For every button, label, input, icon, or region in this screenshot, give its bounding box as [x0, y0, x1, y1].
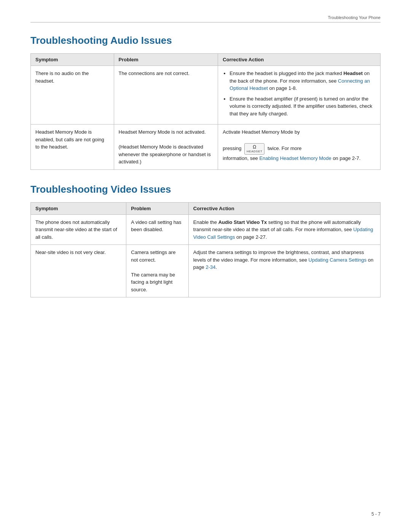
audio-row2-symptom: Headset Memory Mode is enabled, but call… — [31, 125, 114, 170]
video-row1-problem: A video call setting has been disabled. — [126, 214, 189, 245]
video-section-title: Troubleshooting Video Issues — [30, 184, 381, 195]
audio-row2-action: Activate Headset Memory Mode by pressing… — [218, 125, 381, 170]
link-updating-camera-settings[interactable]: Updating Camera Settings — [309, 257, 366, 263]
table-row: There is no audio on the headset. The co… — [31, 66, 381, 125]
link-updating-video-settings[interactable]: Updating Video Call Settings — [193, 227, 373, 240]
video-col-action: Corrective Action — [188, 202, 380, 214]
link-connecting-headset[interactable]: Connecting an Optional Headset — [229, 78, 370, 91]
audio-issues-table: Symptom Problem Corrective Action There … — [30, 53, 381, 170]
video-row1-symptom: The phone does not automatically transmi… — [31, 214, 126, 245]
audio-row1-action: Ensure the headset is plugged into the j… — [218, 66, 381, 125]
list-item: Ensure the headset amplifier (if present… — [229, 95, 376, 118]
video-row2-symptom: Near-site video is not very clear. — [31, 245, 126, 297]
link-headset-memory-mode[interactable]: Enabling Headset Memory Mode — [259, 155, 331, 161]
page-footer: 5 - 7 — [371, 511, 381, 517]
headset-key-icon: Ω HEADSET — [244, 143, 264, 155]
audio-row1-problem: The connections are not correct. — [114, 66, 218, 125]
page-number: 5 - 7 — [371, 511, 381, 517]
video-row1-action: Enable the Audio Start Video Tx setting … — [188, 214, 380, 245]
audio-col-action: Corrective Action — [218, 54, 381, 66]
page-header: Troubleshooting Your Phone — [30, 15, 381, 22]
audio-row2-problem: Headset Memory Mode is not activated. (H… — [114, 125, 218, 170]
video-issues-table: Symptom Problem Corrective Action The ph… — [30, 202, 381, 298]
audio-col-symptom: Symptom — [31, 54, 114, 66]
video-col-problem: Problem — [126, 202, 189, 214]
list-item: Ensure the headset is plugged into the j… — [229, 70, 376, 92]
table-row: Near-site video is not very clear. Camer… — [31, 245, 381, 297]
table-row: Headset Memory Mode is enabled, but call… — [31, 125, 381, 170]
video-col-symptom: Symptom — [31, 202, 126, 214]
header-text: Troubleshooting Your Phone — [328, 15, 381, 20]
audio-col-problem: Problem — [114, 54, 218, 66]
video-row2-problem: Camera settings are not correct. The cam… — [126, 245, 189, 297]
link-page-2-34[interactable]: 2-34 — [206, 264, 215, 270]
video-row2-action: Adjust the camera settings to improve th… — [188, 245, 380, 297]
audio-section-title: Troubleshooting Audio Issues — [30, 35, 381, 46]
audio-row1-symptom: There is no audio on the headset. — [31, 66, 114, 125]
table-row: The phone does not automatically transmi… — [31, 214, 381, 245]
